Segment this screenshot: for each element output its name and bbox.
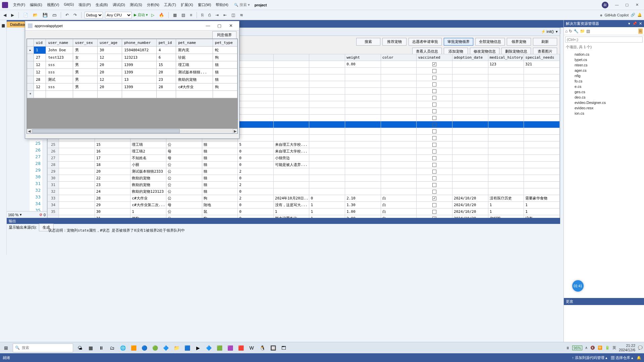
left-tool-strip[interactable]: 服务器资源管理器 xyxy=(0,20,7,255)
save-icon[interactable]: 💾 xyxy=(41,12,49,18)
tb-icon[interactable]: ≋ xyxy=(238,12,245,18)
redo-icon[interactable]: ↷ xyxy=(72,12,78,18)
taskbar-app-icon[interactable]: 🔷 xyxy=(161,343,170,353)
menu-item[interactable]: 调试(D) xyxy=(110,1,127,9)
solution-file[interactable]: e.cs xyxy=(565,84,643,89)
pin-icon[interactable]: 📌 xyxy=(632,21,637,26)
method-combo[interactable]: ⚡ init() xyxy=(541,29,554,34)
notif-icon[interactable]: 🔔 xyxy=(637,356,641,360)
pin-icon[interactable]: ▾ xyxy=(628,21,630,26)
tb-icon[interactable]: ⇥ xyxy=(214,12,220,18)
start-noDebug-icon[interactable]: ▷ xyxy=(150,12,156,18)
taskbar-app-icon[interactable]: 🟦 xyxy=(182,343,192,353)
solution-file[interactable]: evideo.Designer.cs xyxy=(565,100,643,105)
taskbar-app-icon[interactable]: 🟩 xyxy=(215,343,224,353)
menu-item[interactable]: 窗口(W) xyxy=(196,1,214,9)
save-all-icon[interactable]: 🗃 xyxy=(51,12,58,18)
nav-back-icon[interactable]: ◀ xyxy=(2,12,8,18)
taskbar-search[interactable]: 🔍搜索 xyxy=(13,344,73,352)
timer-badge[interactable]: 01:41 xyxy=(572,280,584,292)
menu-item[interactable]: 扩展(X) xyxy=(178,1,196,9)
taskbar-app-icon[interactable]: 🌤 xyxy=(75,343,85,353)
open-icon[interactable]: 📂 xyxy=(32,12,39,18)
source-control-button[interactable]: ↑ 添加到源代码管理 ▴ xyxy=(572,355,607,360)
solution-file[interactable]: fo.cs xyxy=(565,78,643,84)
solution-file[interactable]: ges.cs xyxy=(565,89,643,95)
menu-item[interactable]: 视图(V) xyxy=(45,1,62,9)
menu-item[interactable]: 文件(F) xyxy=(11,1,28,9)
form-button[interactable]: 审批宠物领养 xyxy=(444,38,473,46)
form-button[interactable]: 志愿者申请审批 xyxy=(409,38,442,46)
config-select[interactable]: Debug xyxy=(85,12,103,18)
notif-icon[interactable]: 🔔 xyxy=(637,13,642,17)
tb-icon[interactable]: ⎘ xyxy=(200,12,205,18)
taskbar-app-icon[interactable]: 🗂 xyxy=(107,343,117,353)
taskbar-app-icon[interactable]: ▶ xyxy=(193,343,203,353)
nav-fwd-icon[interactable]: ▶ xyxy=(10,12,15,18)
close-icon[interactable]: ✕ xyxy=(639,21,642,26)
taskbar-app-icon[interactable]: 🔲 xyxy=(268,343,278,353)
taskbar-app-icon[interactable]: 🐧 xyxy=(258,343,267,353)
solution-file[interactable]: deo.cs xyxy=(565,95,643,100)
menu-item[interactable]: 生成(B) xyxy=(93,1,110,9)
taskbar-app-icon[interactable]: 🗔 xyxy=(279,343,288,353)
tb-icon[interactable]: ⎙ xyxy=(207,12,212,18)
menu-item[interactable]: 编辑(E) xyxy=(28,1,45,9)
form-button[interactable]: 全部宠物信息 xyxy=(475,38,505,46)
taskbar-app-icon[interactable]: ⏸ xyxy=(97,343,106,353)
share-icon[interactable]: 🔗 xyxy=(631,13,635,17)
menu-search[interactable]: 搜索 ▾ xyxy=(234,2,250,7)
tb-icon[interactable]: ▦ xyxy=(172,12,178,18)
solution-file[interactable]: nfig xyxy=(565,73,643,78)
dialog-min-icon[interactable]: — xyxy=(202,23,214,28)
taskbar-app-icon[interactable]: 🟧 xyxy=(129,343,138,353)
solution-file[interactable]: evideo.resx xyxy=(565,105,643,111)
solution-file[interactable]: lypet.cs xyxy=(565,57,643,62)
system-tray[interactable]: ⏸ 96% ∧🔇🛜🔋 英 21:222024/12/6 💬 xyxy=(566,344,643,352)
start-button[interactable]: ⊞ xyxy=(1,343,11,353)
taskbar-app-icon[interactable]: 🔷 xyxy=(204,343,213,353)
git-changes-header[interactable]: 更改 xyxy=(564,298,644,305)
taskbar-app-icon[interactable]: 🟥 xyxy=(236,343,246,353)
start-button[interactable]: 启动 ▾ xyxy=(134,12,148,17)
form-button[interactable]: 领养宠物 xyxy=(507,38,531,46)
hot-reload-icon[interactable]: 🔥 xyxy=(158,12,165,18)
tb-icon[interactable]: ≡ xyxy=(189,12,194,18)
menu-item[interactable]: 分析(N) xyxy=(145,1,162,9)
form-button[interactable]: 刷新 xyxy=(533,38,557,46)
taskbar-app-icon[interactable]: 📁 xyxy=(172,343,181,353)
tb-icon[interactable]: ◫ xyxy=(230,12,236,18)
zoom-combo[interactable]: 160 %▾ ⊘0 xyxy=(7,211,47,218)
tb-icon[interactable]: ⇤ xyxy=(222,12,228,18)
menu-item[interactable]: 项目(P) xyxy=(76,1,93,9)
form-button[interactable]: 搜索 xyxy=(356,38,380,46)
taskbar-app-icon[interactable]: W xyxy=(247,343,256,353)
dialog-hscrollbar[interactable]: ◀▶ xyxy=(27,129,237,133)
solution-file[interactable]: nation.cs xyxy=(565,52,643,57)
dialog-titlebar[interactable]: approvalapplypet — ▢ ✕ xyxy=(25,21,239,31)
menu-item[interactable]: Git(G) xyxy=(61,1,76,9)
tb-icon[interactable]: ▤ xyxy=(180,12,186,18)
platform-select[interactable]: Any CPU xyxy=(105,12,132,18)
taskbar-app-icon[interactable]: 🟪 xyxy=(225,343,235,353)
taskbar-app-icon[interactable]: 🔵 xyxy=(140,343,149,353)
solution-search[interactable] xyxy=(565,37,643,43)
form-button[interactable]: 推荐宠物 xyxy=(382,38,407,46)
taskbar-app-icon[interactable]: 🟢 xyxy=(150,343,160,353)
undo-icon[interactable]: ↶ xyxy=(64,12,70,18)
agree-adopt-button[interactable]: 同意领养 xyxy=(212,31,236,39)
solution-file[interactable]: ager.cs xyxy=(565,68,643,73)
solution-toolbar[interactable]: ⌂↻🔧📁▤⎘ xyxy=(564,27,644,35)
taskbar-app-icon[interactable]: ▦ xyxy=(86,343,95,353)
user-avatar[interactable]: 叔 xyxy=(602,2,608,8)
solution-file[interactable]: ion.cs xyxy=(565,111,643,116)
window-buttons[interactable]: —▢✕ xyxy=(612,3,642,7)
new-icon[interactable]: 📄 xyxy=(22,12,30,18)
solution-file[interactable]: nteer.cs xyxy=(565,62,643,68)
taskbar-app-icon[interactable]: 🌐 xyxy=(118,343,127,353)
menu-item[interactable]: 工具(T) xyxy=(162,1,178,9)
menu-item[interactable]: 帮助(H) xyxy=(213,1,230,9)
windows-taskbar[interactable]: ⊞ 🔍搜索 🌤▦⏸🗂🌐🟧🔵🟢🔷📁🟦▶🔷🟩🟪🟥W🐧🔲🗔 ⏸ 96% ∧🔇🛜🔋 英 … xyxy=(0,342,644,353)
dialog-close-icon[interactable]: ✕ xyxy=(225,23,236,28)
menu-item[interactable]: 测试(S) xyxy=(127,1,145,9)
